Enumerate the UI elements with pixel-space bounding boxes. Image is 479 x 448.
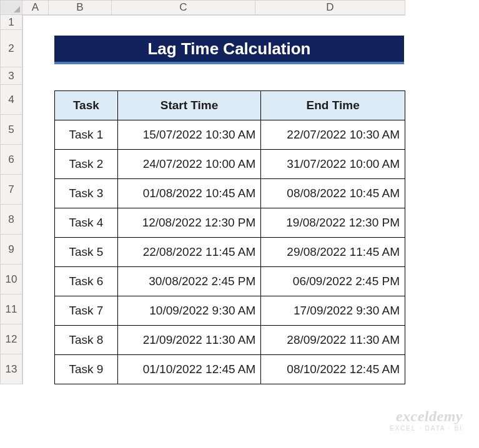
row-header-10[interactable]: 10 [0, 265, 22, 295]
cell-start-time[interactable]: 30/08/2022 2:45 PM [117, 267, 261, 296]
table-row: Task 301/08/2022 10:45 AM08/08/2022 10:4… [55, 179, 405, 208]
cell-task-name[interactable]: Task 7 [55, 296, 118, 326]
table-row: Task 224/07/2022 10:00 AM31/07/2022 10:0… [55, 150, 405, 179]
cell-end-time[interactable]: 08/10/2022 12:45 AM [261, 355, 405, 384]
col-header-A[interactable]: A [22, 0, 49, 15]
table-row: Task 630/08/2022 2:45 PM06/09/2022 2:45 … [55, 267, 405, 296]
cell-start-time[interactable]: 15/07/2022 10:30 AM [117, 120, 261, 150]
col-header-B[interactable]: B [49, 0, 112, 15]
cell-start-time[interactable]: 10/09/2022 9:30 AM [117, 296, 261, 326]
header-start[interactable]: Start Time [117, 91, 261, 120]
row-header-1[interactable]: 1 [0, 15, 22, 30]
watermark-tagline: EXCEL · DATA · BI [390, 425, 463, 432]
cell-end-time[interactable]: 22/07/2022 10:30 AM [261, 120, 405, 150]
cell-end-time[interactable]: 17/09/2022 9:30 AM [261, 296, 405, 326]
cell-task-name[interactable]: Task 8 [55, 326, 118, 355]
watermark: exceldemy EXCEL · DATA · BI [390, 408, 463, 432]
select-all-corner[interactable] [0, 0, 22, 15]
header-task[interactable]: Task [55, 91, 118, 120]
task-table: Task Start Time End Time Task 115/07/202… [54, 90, 405, 384]
row-header-2[interactable]: 2 [0, 30, 22, 67]
table-row: Task 412/08/2022 12:30 PM19/08/2022 12:3… [55, 208, 405, 238]
table-row: Task 901/10/2022 12:45 AM08/10/2022 12:4… [55, 355, 405, 384]
cell-task-name[interactable]: Task 4 [55, 208, 118, 238]
cell-end-time[interactable]: 19/08/2022 12:30 PM [261, 208, 405, 238]
row-header-4[interactable]: 4 [0, 85, 22, 115]
cell-start-time[interactable]: 01/08/2022 10:45 AM [117, 179, 261, 208]
row-header-9[interactable]: 9 [0, 235, 22, 265]
cell-start-time[interactable]: 22/08/2022 11:45 AM [117, 238, 261, 267]
table-row: Task 522/08/2022 11:45 AM29/08/2022 11:4… [55, 238, 405, 267]
cell-end-time[interactable]: 28/09/2022 11:30 AM [261, 326, 405, 355]
cell-start-time[interactable]: 12/08/2022 12:30 PM [117, 208, 261, 238]
cell-end-time[interactable]: 06/09/2022 2:45 PM [261, 267, 405, 296]
table-row: Task 710/09/2022 9:30 AM17/09/2022 9:30 … [55, 296, 405, 326]
cell-end-time[interactable]: 08/08/2022 10:45 AM [261, 179, 405, 208]
cell-task-name[interactable]: Task 3 [55, 179, 118, 208]
col-header-C[interactable]: C [112, 0, 255, 15]
cell-task-name[interactable]: Task 9 [55, 355, 118, 384]
row-header-7[interactable]: 7 [0, 175, 22, 205]
row-header-13[interactable]: 13 [0, 354, 22, 384]
cell-end-time[interactable]: 31/07/2022 10:00 AM [261, 150, 405, 179]
spreadsheet-grid: A B C D 1 Lag Time Calculation Task Star… [0, 0, 405, 384]
row-header-11[interactable]: 11 [0, 295, 22, 324]
header-end[interactable]: End Time [261, 91, 405, 120]
cell-task-name[interactable]: Task 1 [55, 120, 118, 150]
table-row: Task 115/07/2022 10:30 AM22/07/2022 10:3… [55, 120, 405, 150]
cell-start-time[interactable]: 21/09/2022 11:30 AM [117, 326, 261, 355]
cell-task-name[interactable]: Task 5 [55, 238, 118, 267]
content-area[interactable]: Lag Time Calculation Task Start Time End… [22, 15, 405, 384]
watermark-brand: exceldemy [390, 408, 463, 425]
col-header-D[interactable]: D [255, 0, 405, 15]
cell-start-time[interactable]: 01/10/2022 12:45 AM [117, 355, 261, 384]
cell-start-time[interactable]: 24/07/2022 10:00 AM [117, 150, 261, 179]
cell-task-name[interactable]: Task 2 [55, 150, 118, 179]
table-header-row: Task Start Time End Time [55, 91, 405, 120]
row-header-8[interactable]: 8 [0, 205, 22, 235]
page-title: Lag Time Calculation [54, 36, 404, 64]
row-header-5[interactable]: 5 [0, 115, 22, 145]
row-header-12[interactable]: 12 [0, 324, 22, 354]
row-header-3[interactable]: 3 [0, 67, 22, 85]
row-header-6[interactable]: 6 [0, 145, 22, 175]
cell-task-name[interactable]: Task 6 [55, 267, 118, 296]
cell-end-time[interactable]: 29/08/2022 11:45 AM [261, 238, 405, 267]
table-row: Task 821/09/2022 11:30 AM28/09/2022 11:3… [55, 326, 405, 355]
